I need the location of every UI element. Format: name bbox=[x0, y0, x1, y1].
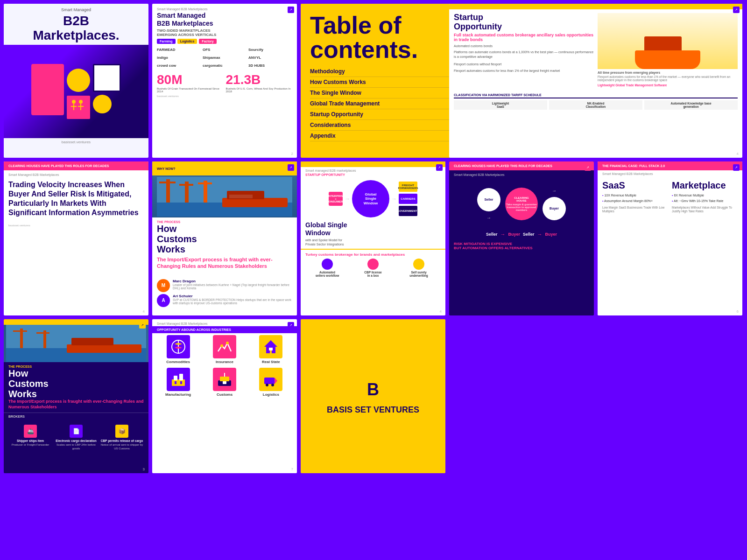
table-row: LightweightSaaS NK-EnabledClassification… bbox=[454, 100, 738, 110]
startup-content: StartupOpportunity Full stack automated … bbox=[449, 9, 742, 91]
saas-bullet-1: 10X Revenue Multiple bbox=[602, 193, 668, 198]
methodology-section-label: THE PROCESS bbox=[157, 220, 292, 224]
industry-real-estate: Real State bbox=[250, 335, 292, 364]
financial-top-label: Smart Managed B2B Marketplaces bbox=[598, 170, 742, 176]
insurance-svg bbox=[216, 338, 233, 355]
flow-buyer-2: Buyer bbox=[545, 232, 557, 237]
methodology-persons: M Marc Dragon Leader of joint initiative… bbox=[152, 274, 297, 309]
arrow-left: → bbox=[343, 196, 352, 202]
saas-sub: Low Margin SaaS Businesses Trade With Lo… bbox=[602, 206, 668, 214]
financial-page: 6 bbox=[737, 309, 739, 314]
company-anvyl: ANVYL bbox=[248, 55, 292, 61]
startup-subtitle: Full stack automated customs brokerage a… bbox=[454, 33, 594, 42]
startup-right: All time pressure from emerging players … bbox=[598, 13, 738, 87]
broker-icon-3: 📦 bbox=[115, 425, 128, 438]
all-time-pressure: All time pressure from emerging players bbox=[598, 71, 738, 74]
marketplace-sub: Marketplaces Without Value-Add Struggle … bbox=[672, 206, 738, 214]
broker-sub-2: Scales sent to CBP 24hr before goods bbox=[54, 443, 98, 451]
global-bottom: Turkey customs brokerage for brands and … bbox=[301, 249, 445, 280]
svg-rect-39 bbox=[223, 381, 226, 384]
toc-label: Startup Opportunity bbox=[310, 111, 363, 118]
customs-port-svg bbox=[6, 325, 146, 362]
card-methodology: ↗ WHY NOW? bbox=[152, 161, 297, 315]
marketplace-bullets: 6X Revenue Multiple Alt: ~Gmv With 10-15… bbox=[672, 193, 738, 204]
manufacturing-label: Manufacturing bbox=[165, 392, 191, 397]
marc-info: Marc Dragon Leader of joint initiatives … bbox=[173, 279, 292, 290]
manufacturing-icon bbox=[167, 368, 190, 391]
shape-pink-rect bbox=[31, 64, 64, 115]
saas-name: SaaS bbox=[602, 180, 668, 191]
big-num-1: 80M bbox=[157, 73, 221, 86]
industry-insurance: Insurance bbox=[203, 335, 246, 364]
startup-table-section: CLASSIFICATION VIA HARMONIZED TARIFF SCH… bbox=[449, 91, 742, 112]
svg-point-42 bbox=[266, 384, 268, 386]
customs-svg bbox=[216, 371, 233, 388]
svg-rect-34 bbox=[175, 381, 176, 384]
basis-logo-svg: B bbox=[354, 378, 392, 401]
customs-brokers-label: BROKERS bbox=[4, 413, 148, 422]
financial-link-icon[interactable]: ↗ bbox=[733, 164, 740, 171]
turkey-title: Turkey customs brokerage for brands and … bbox=[305, 252, 441, 257]
market-bullet-1: 6X Revenue Multiple bbox=[672, 193, 738, 198]
svg-rect-35 bbox=[180, 381, 182, 384]
company-sourcify: Sourcify bbox=[248, 47, 292, 53]
customs-top-bar bbox=[4, 319, 148, 325]
broker-sub-3: Notice of arrival sent to shipper by US … bbox=[100, 443, 144, 451]
cover-illustration bbox=[4, 45, 148, 138]
card-customs-works: ↗ THE PROCESS HowCustomsWorks The Import… bbox=[4, 319, 148, 473]
manufacturing-svg bbox=[170, 371, 187, 388]
big-num-2: 21.3B bbox=[226, 73, 292, 86]
b2b-footer: basisset.ventures bbox=[152, 93, 297, 99]
svg-rect-30 bbox=[269, 348, 273, 350]
customs-highlight: The Import/Export process is fraught wit… bbox=[8, 399, 144, 410]
flexport-text: Flexport automates customs for less than… bbox=[454, 69, 594, 73]
big-num-2-sub: Bushels Of U.S. Corn, Wheat And Soy Prod… bbox=[226, 87, 292, 93]
b2b-link-icon[interactable]: ↗ bbox=[288, 7, 294, 13]
tag-farming: Farming bbox=[157, 39, 176, 44]
industries-link-icon[interactable]: ↗ bbox=[288, 322, 294, 329]
global-link-icon[interactable]: ↗ bbox=[436, 164, 443, 171]
seller-node: Seller bbox=[477, 188, 500, 211]
real-estate-icon bbox=[259, 335, 282, 358]
seller-arrow: → bbox=[486, 215, 491, 220]
toc-label: Methodology bbox=[310, 68, 345, 75]
table-header-text: CLASSIFICATION VIA HARMONIZED TARIFF SCH… bbox=[454, 93, 738, 98]
tag-factory: Factory bbox=[199, 39, 216, 44]
ari-info: Ari Schuier SVP at CUSTOMS & BORDER PROT… bbox=[173, 294, 292, 305]
clearing-link-icon[interactable]: ↗ bbox=[585, 164, 591, 171]
figures-svg bbox=[69, 98, 88, 117]
main-grid: Smart Managed B2BMarketplaces. bbox=[0, 0, 747, 560]
broker-label-1: Shipper ships item bbox=[8, 439, 52, 443]
gov-box: GOVERNMENTS bbox=[399, 206, 417, 216]
basis-brand: BASIS SET VENTURES bbox=[327, 406, 419, 415]
trading-page: 4 bbox=[143, 309, 145, 314]
shape-group bbox=[67, 64, 90, 119]
svg-rect-20 bbox=[13, 330, 27, 332]
broker-1: 🚢 Shipper ships item Producer or Freight… bbox=[8, 425, 52, 450]
card-basis-set: B BASIS SET VENTURES bbox=[301, 319, 445, 473]
shape-small-circle bbox=[93, 95, 112, 113]
industries-header: OPPORTUNITY ABOUND ACROSS INDUSTRIES bbox=[152, 326, 297, 333]
logistics-label-text: Logistics bbox=[263, 392, 279, 397]
clearing-footer-text: RISK MITIGATION IS EXPENSIVEBUT AUTOMATI… bbox=[449, 239, 594, 253]
broker-sub-1: Producer or Freight Forwarder bbox=[8, 443, 52, 447]
freight-box: FREIGHTFORWARDERS bbox=[399, 182, 417, 192]
toc-label: The Single Window bbox=[310, 90, 361, 96]
b2b-main-title: Smart ManagedB2B Marketplaces bbox=[152, 12, 297, 28]
customs-link-icon[interactable]: ↗ bbox=[139, 322, 146, 329]
customs-icon-item bbox=[213, 368, 236, 391]
big-num-2-group: 21.3B Bushels Of U.S. Corn, Wheat And So… bbox=[226, 73, 292, 93]
ari-role: SVP at CUSTOMS & BORDER PROTECTION Helps… bbox=[173, 298, 292, 305]
b2b-page: 2 bbox=[291, 152, 293, 156]
ship-body bbox=[635, 50, 700, 69]
broker-2: 📄 Electronic cargo declaration Scales se… bbox=[54, 425, 98, 450]
methodology-link-icon[interactable]: ↗ bbox=[288, 164, 294, 171]
link-icon[interactable]: ↗ bbox=[733, 7, 740, 13]
svg-rect-31 bbox=[172, 379, 185, 386]
brokers-header: BROKERS bbox=[8, 415, 144, 418]
card-clearing-house: ↗ CLEARING HOUSES HAVE PLAYED THIS ROLE … bbox=[449, 161, 594, 315]
svg-rect-37 bbox=[220, 377, 229, 381]
col-icon-1 bbox=[322, 259, 333, 270]
flow-arrow-1: → bbox=[500, 231, 505, 237]
methodology-top-bar: WHY NOW? bbox=[152, 161, 297, 175]
